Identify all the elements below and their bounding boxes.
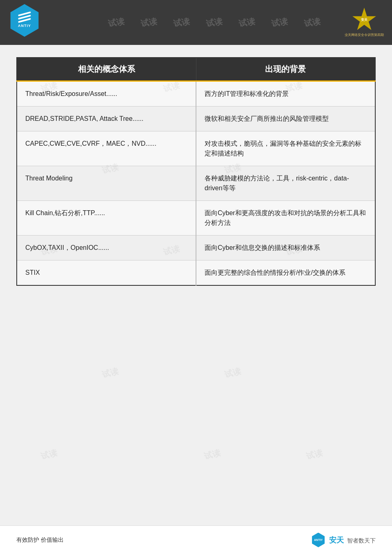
- cell-left-5: CybOX,TAXII，OpenIOC......: [17, 236, 196, 260]
- body-wm-13: 试读: [305, 447, 324, 462]
- header-wm-4: 试读: [205, 17, 223, 28]
- footer-brand-container: 安天 智者数天下: [329, 535, 376, 545]
- body-wm-9: 试读: [101, 365, 120, 380]
- table-row-6: STIX面向更完整的综合性的情报分析/作业/交换的体系: [17, 260, 375, 286]
- table-row-5: CybOX,TAXII，OpenIOC......面向Cyber和信息交换的描述…: [17, 236, 375, 260]
- footer: 有效防护 价值输出 ANTIY 安天 智者数天下: [0, 525, 392, 554]
- main-content: 相关的概念体系 出现的背景 Threat/Risk/Exposure/Asset…: [0, 45, 392, 298]
- cell-left-2: CAPEC,CWE,CVE,CVRF，MAEC，NVD......: [17, 131, 196, 166]
- badge-text: 业关网络安全令训营第四期: [345, 33, 384, 37]
- header-wm-1: 试读: [107, 17, 125, 28]
- cell-left-1: DREAD,STRIDE,PASTA, Attack Tree......: [17, 107, 196, 131]
- main-table: 相关的概念体系 出现的背景 Threat/Risk/Exposure/Asset…: [16, 57, 376, 286]
- header-wm-2: 试读: [140, 17, 158, 28]
- footer-tagline: 有效防护 价值输出: [16, 536, 64, 544]
- cell-right-1: 微软和相关安全厂商所推出的风险管理模型: [196, 107, 375, 131]
- header-wm-6: 试读: [271, 17, 289, 28]
- table-row-0: Threat/Risk/Exposure/Asset......西方的IT管理和…: [17, 81, 375, 107]
- header-wm-7: 试读: [303, 17, 321, 28]
- body-wm-11: 试读: [40, 447, 58, 462]
- logo-hexagon: ANTIY: [8, 4, 41, 37]
- header: ANTIY 试读 试读 试读 试读 试读 试读 试读 安天 业关网络安全令训营第…: [0, 0, 392, 45]
- cell-left-6: STIX: [17, 260, 196, 286]
- table-header-row: 相关的概念体系 出现的背景: [17, 58, 375, 81]
- cell-right-6: 面向更完整的综合性的情报分析/作业/交换的体系: [196, 260, 375, 286]
- table-row-4: Kill Chain,钻石分析,TTP......面向Cyber和更高强度的攻击…: [17, 201, 375, 236]
- cell-right-2: 对攻击模式，脆弱点，漏洞等各种基础的安全元素的标定和描述结构: [196, 131, 375, 166]
- table-row-3: Threat Modeling各种威胁建模的方法论，工具，risk-centri…: [17, 166, 375, 201]
- table-row-2: CAPEC,CWE,CVE,CVRF，MAEC，NVD......对攻击模式，脆…: [17, 131, 375, 166]
- cell-left-0: Threat/Risk/Exposure/Asset......: [17, 81, 196, 107]
- logo-area: ANTIY: [8, 4, 45, 41]
- cell-right-0: 西方的IT管理和标准化的背景: [196, 81, 375, 107]
- cell-right-3: 各种威胁建模的方法论，工具，risk-centric，data-driven等等: [196, 166, 375, 201]
- cell-right-4: 面向Cyber和更高强度的攻击和对抗的场景的分析工具和分析方法: [196, 201, 375, 236]
- cell-left-3: Threat Modeling: [17, 166, 196, 201]
- header-watermarks: 试读 试读 试读 试读 试读 试读 试读: [45, 17, 384, 28]
- header-wm-5: 试读: [238, 17, 256, 28]
- body-wm-10: 试读: [223, 365, 242, 380]
- cell-right-5: 面向Cyber和信息交换的描述和标准体系: [196, 236, 375, 260]
- col2-header: 出现的背景: [196, 58, 375, 81]
- footer-brand: 安天: [329, 536, 344, 544]
- logo-text: ANTIY: [18, 24, 31, 28]
- body-wm-12: 试读: [203, 447, 222, 462]
- footer-brand-area: ANTIY 安天 智者数天下: [311, 533, 376, 547]
- footer-brand-sub: 智者数天下: [347, 537, 376, 543]
- header-wm-3: 试读: [173, 17, 191, 28]
- header-badge: 安天 业关网络安全令训营第四期: [345, 8, 384, 37]
- table-row-1: DREAD,STRIDE,PASTA, Attack Tree......微软和…: [17, 107, 375, 131]
- footer-logo-icon: ANTIY: [311, 533, 326, 547]
- cell-left-4: Kill Chain,钻石分析,TTP......: [17, 201, 196, 236]
- col1-header: 相关的概念体系: [17, 58, 196, 81]
